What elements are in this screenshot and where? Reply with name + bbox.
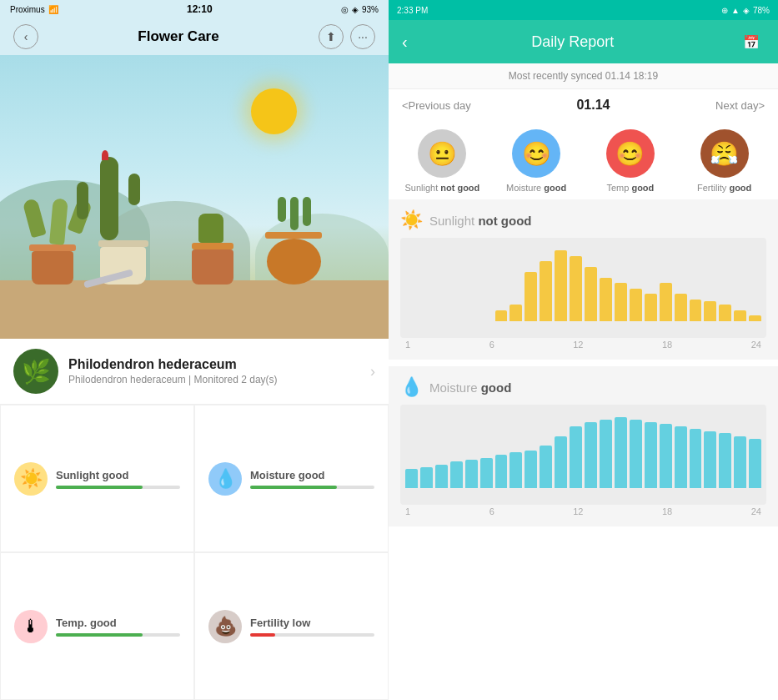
aloe-leaf-2 [49,198,68,244]
chart-bar [585,422,597,488]
next-day-button[interactable]: Next day> [715,99,765,112]
chart-bar [495,310,508,321]
left-panel: Proximus 📶 12:10 ◎ ◈ 93% ‹ Flower Care ⬆… [0,0,389,700]
temp-content: Temp. good [56,617,180,637]
right-back-button[interactable]: ‹ [402,33,408,52]
stem-2 [290,197,299,230]
date-nav: <Previous day 01.14 Next day> [389,89,778,121]
calendar-icon: 📅 [743,34,760,50]
cactus-stem [100,157,118,240]
chart-bar [555,436,567,488]
chart-bar [719,305,731,321]
left-nav-bar: ‹ Flower Care ⬆ ··· [0,18,389,55]
android-signal-icon: ▲ [731,6,740,15]
plant-info-section[interactable]: 🌿 Philodendron hederaceum Philodendron h… [0,339,389,405]
chart-bar [615,283,627,321]
plant-illustration [0,55,389,339]
moisture-icon: 💧 [208,462,242,496]
location-icon: ◎ [341,5,349,14]
metric-moisture: 💧 Moisture good [194,405,389,552]
pot-4 [192,214,233,285]
mx-label-24: 24 [751,506,761,516]
sunlight-label: Sunlight good [56,469,180,481]
sunlight-status-emoji: 😐 [418,129,466,178]
status-icons-row: 😐 Sunlight not good 😊 Moisture good 😊 Te… [389,121,778,193]
fertility-value: low [293,617,311,629]
status-time: 12:10 [187,3,213,15]
chart-bar [525,451,537,488]
fertility-icon: 💩 [208,610,242,643]
temp-label: Temp. good [56,617,180,629]
chart-bar [555,250,567,321]
moisture-status-label: Moisture good [506,183,566,193]
chevron-right-icon: › [370,363,375,380]
chart-bar [675,294,687,321]
chart-bar [675,426,687,488]
chart-bar [734,436,746,488]
moisture-x-labels: 1 6 12 18 24 [400,505,766,516]
right-nav-title: Daily Report [531,33,614,51]
android-status-icons: ⊕ ▲ ◈ 78% [721,6,770,15]
chart-bar [660,283,672,321]
chart-bar [660,424,672,488]
sunlight-chart-icon: ☀️ [400,209,423,231]
chart-bar [704,431,716,488]
chart-bar [585,267,597,321]
fertility-content: Fertility low [250,617,374,637]
plant-name: Philodendron hederaceum [68,357,360,372]
x-label-24: 24 [751,340,761,350]
sunlight-chart-title: Sunlight not good [429,214,532,228]
temp-prefix: Temp. [56,617,90,629]
temp-bar-fill [56,633,143,637]
chart-bar [570,256,582,321]
right-nav-bar: ‹ Daily Report 📅 [389,20,778,63]
chart-bar [615,417,627,488]
nav-right-buttons: ⬆ ··· [319,24,375,49]
moisture-bar-fill [250,486,337,489]
android-status-bar: 2:33 PM ⊕ ▲ ◈ 78% [389,0,778,20]
metric-temp: 🌡 Temp. good [0,552,194,700]
mx-label-6: 6 [489,506,494,516]
share-button[interactable]: ⬆ [319,24,344,49]
temp-icon: 🌡 [14,610,48,643]
moisture-chart-title: Moisture good [429,380,511,395]
sunlight-chart-header: ☀️ Sunlight not good [400,209,766,231]
chart-bar [749,439,761,488]
temp-status-emoji: 😊 [606,129,655,178]
cactus-pot-rim [98,240,148,247]
chart-bar [734,310,746,321]
android-time: 2:33 PM [397,6,428,15]
more-button[interactable]: ··· [350,24,375,49]
chart-bar [600,278,612,321]
pot-rim-1 [29,244,76,251]
chart-bar [645,422,657,488]
wifi-icon: 📶 [48,5,58,14]
mx-label-18: 18 [662,506,672,516]
cactus-arm-left [77,182,88,219]
chart-bar [540,261,552,321]
pot3-body [267,239,321,285]
ios-status-bar: Proximus 📶 12:10 ◎ ◈ 93% [0,0,389,18]
x-label-1: 1 [405,340,410,350]
chart-bar [749,315,761,321]
calendar-button[interactable]: 📅 [738,28,765,55]
moisture-content: Moisture good [250,469,374,489]
chart-bar [645,294,657,321]
sunlight-bar-track [56,486,180,489]
chart-bar [540,446,552,488]
android-battery: 78% [753,6,770,15]
back-button[interactable]: ‹ [13,24,38,49]
carrier-label: Proximus [10,5,45,14]
pot4-rim [192,243,233,249]
sunlight-x-labels: 1 6 12 18 24 [400,338,766,350]
chart-bar [509,452,522,488]
plant-subtitle: Philodendron hederaceum | Monitored 2 da… [68,374,360,385]
chart-bar [600,420,612,488]
chart-bar [495,455,508,488]
sunlight-chart-section: ☀️ Sunlight not good 1 6 12 18 24 [389,199,778,360]
chart-bar [690,429,702,488]
sunlight-status-label: Sunlight not good [404,183,479,193]
pot-3 [267,197,322,285]
prev-day-button[interactable]: <Previous day [402,99,471,112]
cactus-arm-right [128,174,140,205]
